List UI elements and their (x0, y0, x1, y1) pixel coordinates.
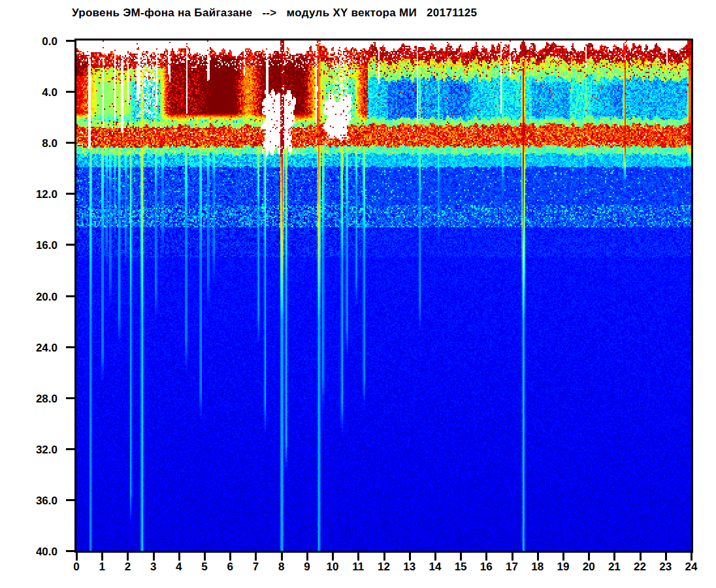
x-tick (640, 553, 642, 561)
y-tick (66, 40, 74, 42)
y-tick-label: 8.0 (13, 137, 57, 150)
x-tick (281, 553, 283, 561)
x-tick-label: 21 (602, 561, 626, 574)
y-tick-label: 20.0 (13, 291, 57, 304)
x-tick-label: 6 (218, 561, 242, 574)
y-tick-label: 36.0 (13, 495, 57, 508)
x-tick (537, 553, 539, 561)
plot-border (74, 39, 693, 553)
y-tick-label: 28.0 (13, 393, 57, 406)
y-tick-label: 4.0 (13, 86, 57, 99)
x-tick (229, 553, 231, 561)
x-tick-label: 5 (193, 561, 216, 574)
spectrogram-page: Уровень ЭМ-фона на Байгазане --> модуль … (0, 0, 716, 588)
x-tick (613, 553, 615, 561)
x-tick (204, 553, 206, 561)
x-tick-label: 13 (398, 561, 421, 574)
x-tick (127, 553, 129, 561)
chart-title: Уровень ЭМ-фона на Байгазане --> модуль … (72, 7, 477, 20)
x-tick (332, 553, 334, 561)
x-tick (409, 553, 411, 561)
x-tick-label: 9 (295, 561, 319, 574)
x-tick-label: 10 (321, 561, 344, 574)
x-tick (76, 553, 78, 561)
x-tick (512, 553, 513, 561)
x-tick-label: 7 (244, 561, 267, 574)
x-tick-label: 8 (270, 561, 293, 574)
x-tick (383, 553, 385, 561)
y-tick-label: 12.0 (13, 188, 57, 201)
x-tick (562, 553, 564, 561)
y-tick (66, 550, 74, 552)
x-tick (691, 553, 692, 561)
y-tick-label: 16.0 (13, 239, 57, 252)
y-tick-label: 32.0 (13, 444, 57, 457)
y-tick-label: 24.0 (13, 342, 57, 355)
x-tick-label: 14 (423, 561, 447, 574)
x-tick-label: 22 (628, 561, 652, 574)
y-tick (66, 499, 74, 501)
x-tick-label: 23 (654, 561, 677, 574)
x-tick (460, 553, 462, 561)
x-tick (153, 553, 155, 561)
x-tick-label: 1 (90, 561, 114, 574)
x-tick-label: 17 (500, 561, 524, 574)
y-tick (66, 295, 74, 297)
x-tick (178, 553, 180, 561)
x-tick (101, 553, 103, 561)
x-tick (485, 553, 487, 561)
x-tick (306, 553, 308, 561)
x-tick (665, 553, 667, 561)
x-tick (255, 553, 257, 561)
x-tick-label: 16 (474, 561, 498, 574)
x-tick-label: 4 (167, 561, 191, 574)
x-tick (588, 553, 590, 561)
x-tick-label: 3 (142, 561, 165, 574)
y-tick (66, 346, 74, 348)
y-tick (66, 193, 74, 195)
x-tick (357, 553, 359, 561)
y-tick-label: 0.0 (13, 35, 57, 48)
y-tick (66, 91, 74, 93)
x-tick-label: 20 (577, 561, 600, 574)
x-tick-label: 24 (679, 561, 703, 574)
x-tick-label: 2 (116, 561, 139, 574)
y-tick (66, 244, 74, 246)
x-tick-label: 15 (449, 561, 472, 574)
x-tick-label: 0 (65, 561, 88, 574)
x-tick-label: 11 (346, 561, 370, 574)
y-tick (66, 142, 74, 144)
y-tick (66, 397, 74, 399)
x-tick-label: 18 (526, 561, 549, 574)
y-tick-label: 40.0 (13, 546, 57, 559)
y-tick (66, 448, 74, 450)
x-tick-label: 12 (372, 561, 396, 574)
x-tick-label: 19 (551, 561, 575, 574)
x-tick (434, 553, 436, 561)
